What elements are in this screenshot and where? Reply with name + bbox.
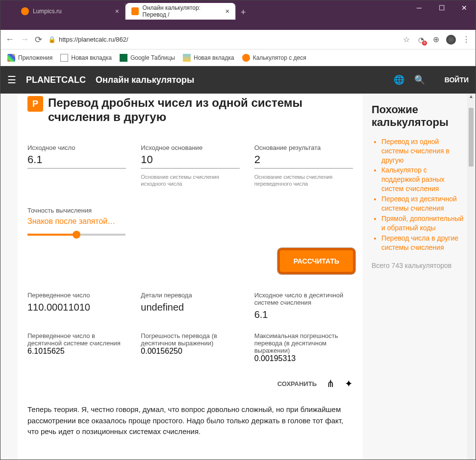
source-number-label: Исходное число bbox=[27, 144, 126, 151]
close-icon[interactable]: × bbox=[225, 7, 229, 15]
target-base-helper: Основание системы счисления переведенног… bbox=[254, 173, 353, 188]
scroll-thumb[interactable] bbox=[469, 108, 474, 167]
source-base-helper: Основание системы счисления исходного чи… bbox=[141, 173, 239, 188]
doc-icon bbox=[60, 54, 68, 62]
result-max-error-value: 0.00195313 bbox=[254, 354, 353, 363]
page-icon: P bbox=[27, 96, 43, 112]
globe-icon[interactable]: ⊕ bbox=[431, 35, 440, 44]
bookmarks-bar: Приложения Новая вкладка Google Таблицы … bbox=[0, 49, 476, 66]
result-max-error-label: Максимальная погрешность перевода (в дес… bbox=[254, 332, 353, 354]
result-converted-dec-label: Переведенное число в десятичной системе … bbox=[27, 332, 126, 347]
language-icon[interactable]: 🌐 bbox=[394, 74, 404, 85]
favicon bbox=[21, 7, 29, 15]
back-button[interactable]: ← bbox=[5, 34, 14, 45]
minimize-button[interactable]: ─ bbox=[408, 0, 430, 15]
share-icon[interactable]: ⋔ bbox=[326, 378, 335, 389]
pic-icon bbox=[183, 54, 191, 62]
precision-slider[interactable] bbox=[27, 234, 125, 236]
tab-lumpics[interactable]: Lumpics.ru × bbox=[15, 3, 125, 20]
theory-text: Теперь теория. Я, честно говоря, думал, … bbox=[27, 404, 353, 437]
bookmark-item[interactable]: Калькулятор с деся bbox=[242, 54, 306, 62]
slider-thumb[interactable] bbox=[73, 231, 80, 239]
source-base-input[interactable]: 10 bbox=[141, 153, 239, 169]
related-link[interactable]: Перевод из одной системы счисления в дру… bbox=[381, 138, 450, 164]
extension-icon[interactable]: ◔ bbox=[417, 35, 426, 44]
close-button[interactable]: ✕ bbox=[453, 0, 476, 15]
result-converted-dec-value: 6.1015625 bbox=[27, 347, 126, 356]
precision-label: Точность вычисления bbox=[27, 207, 125, 214]
result-error-value: 0.00156250 bbox=[141, 347, 239, 356]
new-tab-button[interactable]: + bbox=[236, 7, 251, 18]
save-button[interactable]: СОХРАНИТЬ bbox=[277, 380, 317, 387]
forward-button[interactable]: → bbox=[20, 34, 29, 45]
address-bar: ← → ⟳ 🔒 https://planetcalc.ru/862/ ☆ ◔ ⊕… bbox=[0, 30, 476, 49]
login-button[interactable]: ВОЙТИ bbox=[435, 76, 469, 84]
bookmark-apps[interactable]: Приложения bbox=[7, 54, 52, 62]
search-icon[interactable]: 🔍 bbox=[414, 74, 425, 85]
precision-text: Знаков после запятой… bbox=[27, 217, 125, 226]
scrollbar[interactable]: ▲ bbox=[467, 94, 475, 460]
related-link[interactable]: Перевод числа в другие системы счисления bbox=[381, 234, 458, 251]
page-title: Перевод дробных чисел из одной системы с… bbox=[48, 96, 353, 124]
result-source-dec-label: Исходное число в десятичной системе счис… bbox=[254, 291, 353, 306]
calc-icon bbox=[242, 54, 250, 62]
apps-icon bbox=[7, 54, 15, 62]
related-link[interactable]: Прямой, дополнительный и обратный коды bbox=[381, 215, 464, 232]
profile-avatar[interactable] bbox=[446, 35, 456, 45]
result-details-value: undefined bbox=[141, 302, 239, 313]
titlebar: Lumpics.ru × Онлайн калькулятор: Перевод… bbox=[0, 0, 476, 30]
source-number-input[interactable]: 6.1 bbox=[27, 153, 126, 169]
bookmark-item[interactable]: Google Таблицы bbox=[120, 54, 175, 62]
header-subtitle: Онлайн калькуляторы bbox=[96, 75, 194, 85]
sheets-icon bbox=[120, 54, 127, 62]
close-icon[interactable]: × bbox=[115, 7, 119, 15]
url-input[interactable]: 🔒 https://planetcalc.ru/862/ bbox=[48, 36, 396, 43]
puzzle-icon[interactable]: ✦ bbox=[345, 378, 353, 389]
target-base-input[interactable]: 2 bbox=[254, 153, 353, 169]
reload-button[interactable]: ⟳ bbox=[35, 34, 42, 45]
brand[interactable]: PLANETCALC bbox=[26, 75, 86, 85]
bookmark-item[interactable]: Новая вкладка bbox=[183, 54, 234, 62]
tab-title: Lumpics.ru bbox=[33, 8, 62, 15]
related-link[interactable]: Перевод из десятичной системы счисления bbox=[381, 195, 457, 212]
related-list: Перевод из одной системы счисления в дру… bbox=[372, 137, 467, 252]
bookmark-item[interactable]: Новая вкладка bbox=[60, 54, 112, 62]
result-details-label: Детали перевода bbox=[141, 291, 239, 299]
tab-planetcalc[interactable]: Онлайн калькулятор: Перевод / × bbox=[125, 3, 236, 20]
site-header: ☰ PLANETCALC Онлайн калькуляторы 🌐 🔍 ВОЙ… bbox=[0, 66, 476, 94]
result-source-dec-value: 6.1 bbox=[254, 309, 353, 320]
result-error-label: Погрешность перевода (в десятичном выраж… bbox=[141, 332, 239, 347]
star-icon[interactable]: ☆ bbox=[402, 35, 411, 44]
favicon bbox=[131, 7, 139, 15]
calculate-button[interactable]: РАССЧИТАТЬ bbox=[280, 250, 353, 272]
result-converted-label: Переведенное число bbox=[27, 291, 126, 299]
sidebar-note: Всего 743 калькуляторов bbox=[372, 261, 467, 271]
hamburger-icon[interactable]: ☰ bbox=[7, 74, 16, 86]
menu-icon[interactable]: ⋮ bbox=[462, 35, 471, 44]
tab-title: Онлайн калькулятор: Перевод / bbox=[143, 4, 222, 18]
lock-icon: 🔒 bbox=[48, 36, 56, 43]
related-link[interactable]: Калькулятор с поддержкой разных систем с… bbox=[381, 166, 445, 193]
result-converted-value: 110.00011010 bbox=[27, 302, 126, 313]
target-base-label: Основание результата bbox=[254, 144, 353, 151]
maximize-button[interactable]: ☐ bbox=[430, 0, 453, 15]
sidebar-title: Похожие калькуляторы bbox=[372, 103, 467, 129]
scroll-up-icon[interactable]: ▲ bbox=[467, 94, 475, 99]
source-base-label: Исходное основание bbox=[141, 144, 239, 151]
